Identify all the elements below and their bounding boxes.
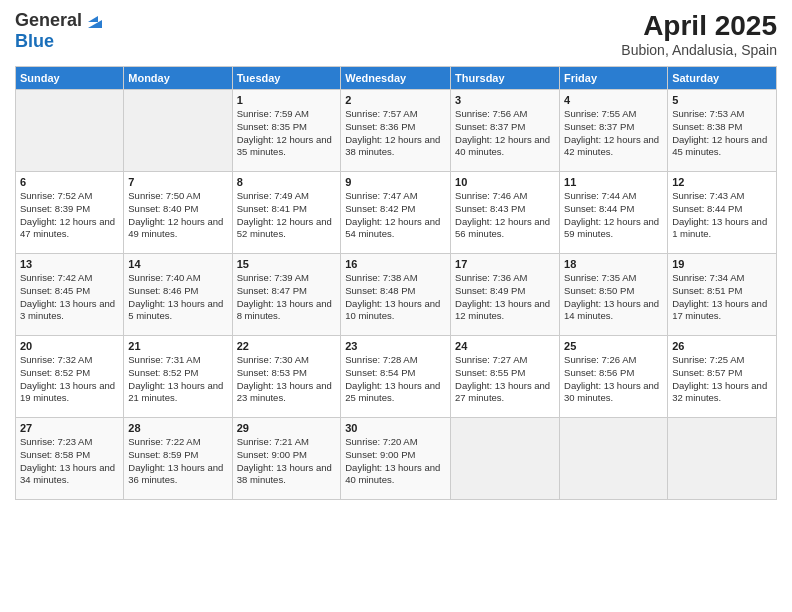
- logo-icon: [84, 10, 106, 32]
- day-info: Sunrise: 7:43 AM Sunset: 8:44 PM Dayligh…: [672, 190, 772, 241]
- calendar-header-wednesday: Wednesday: [341, 67, 451, 90]
- day-info: Sunrise: 7:34 AM Sunset: 8:51 PM Dayligh…: [672, 272, 772, 323]
- calendar-cell: 26Sunrise: 7:25 AM Sunset: 8:57 PM Dayli…: [668, 336, 777, 418]
- day-number: 21: [128, 340, 227, 352]
- calendar-cell: 22Sunrise: 7:30 AM Sunset: 8:53 PM Dayli…: [232, 336, 341, 418]
- day-info: Sunrise: 7:28 AM Sunset: 8:54 PM Dayligh…: [345, 354, 446, 405]
- day-info: Sunrise: 7:36 AM Sunset: 8:49 PM Dayligh…: [455, 272, 555, 323]
- calendar-cell: 8Sunrise: 7:49 AM Sunset: 8:41 PM Daylig…: [232, 172, 341, 254]
- day-number: 3: [455, 94, 555, 106]
- day-number: 30: [345, 422, 446, 434]
- day-number: 8: [237, 176, 337, 188]
- logo-general-text: General: [15, 11, 82, 31]
- calendar-cell: [668, 418, 777, 500]
- calendar-cell: 7Sunrise: 7:50 AM Sunset: 8:40 PM Daylig…: [124, 172, 232, 254]
- day-number: 19: [672, 258, 772, 270]
- day-number: 1: [237, 94, 337, 106]
- day-number: 13: [20, 258, 119, 270]
- day-info: Sunrise: 7:22 AM Sunset: 8:59 PM Dayligh…: [128, 436, 227, 487]
- calendar-cell: 24Sunrise: 7:27 AM Sunset: 8:55 PM Dayli…: [451, 336, 560, 418]
- day-info: Sunrise: 7:47 AM Sunset: 8:42 PM Dayligh…: [345, 190, 446, 241]
- day-number: 15: [237, 258, 337, 270]
- day-number: 5: [672, 94, 772, 106]
- calendar-cell: 2Sunrise: 7:57 AM Sunset: 8:36 PM Daylig…: [341, 90, 451, 172]
- calendar-cell: 29Sunrise: 7:21 AM Sunset: 9:00 PM Dayli…: [232, 418, 341, 500]
- calendar-cell: 18Sunrise: 7:35 AM Sunset: 8:50 PM Dayli…: [560, 254, 668, 336]
- day-info: Sunrise: 7:26 AM Sunset: 8:56 PM Dayligh…: [564, 354, 663, 405]
- day-info: Sunrise: 7:35 AM Sunset: 8:50 PM Dayligh…: [564, 272, 663, 323]
- calendar-cell: 4Sunrise: 7:55 AM Sunset: 8:37 PM Daylig…: [560, 90, 668, 172]
- calendar-cell: 9Sunrise: 7:47 AM Sunset: 8:42 PM Daylig…: [341, 172, 451, 254]
- day-info: Sunrise: 7:23 AM Sunset: 8:58 PM Dayligh…: [20, 436, 119, 487]
- day-info: Sunrise: 7:57 AM Sunset: 8:36 PM Dayligh…: [345, 108, 446, 159]
- day-number: 23: [345, 340, 446, 352]
- day-number: 28: [128, 422, 227, 434]
- calendar-cell: 12Sunrise: 7:43 AM Sunset: 8:44 PM Dayli…: [668, 172, 777, 254]
- calendar-cell: 16Sunrise: 7:38 AM Sunset: 8:48 PM Dayli…: [341, 254, 451, 336]
- calendar-cell: [560, 418, 668, 500]
- day-number: 14: [128, 258, 227, 270]
- calendar-cell: 19Sunrise: 7:34 AM Sunset: 8:51 PM Dayli…: [668, 254, 777, 336]
- day-number: 4: [564, 94, 663, 106]
- calendar-cell: 28Sunrise: 7:22 AM Sunset: 8:59 PM Dayli…: [124, 418, 232, 500]
- day-info: Sunrise: 7:53 AM Sunset: 8:38 PM Dayligh…: [672, 108, 772, 159]
- calendar-header-sunday: Sunday: [16, 67, 124, 90]
- main-title: April 2025: [621, 10, 777, 42]
- day-info: Sunrise: 7:32 AM Sunset: 8:52 PM Dayligh…: [20, 354, 119, 405]
- day-number: 2: [345, 94, 446, 106]
- day-number: 26: [672, 340, 772, 352]
- calendar-cell: 21Sunrise: 7:31 AM Sunset: 8:52 PM Dayli…: [124, 336, 232, 418]
- day-number: 29: [237, 422, 337, 434]
- day-info: Sunrise: 7:40 AM Sunset: 8:46 PM Dayligh…: [128, 272, 227, 323]
- calendar-cell: 27Sunrise: 7:23 AM Sunset: 8:58 PM Dayli…: [16, 418, 124, 500]
- calendar-header-friday: Friday: [560, 67, 668, 90]
- calendar-cell: 14Sunrise: 7:40 AM Sunset: 8:46 PM Dayli…: [124, 254, 232, 336]
- calendar-header-monday: Monday: [124, 67, 232, 90]
- calendar-cell: 3Sunrise: 7:56 AM Sunset: 8:37 PM Daylig…: [451, 90, 560, 172]
- calendar-cell: 25Sunrise: 7:26 AM Sunset: 8:56 PM Dayli…: [560, 336, 668, 418]
- day-number: 24: [455, 340, 555, 352]
- day-info: Sunrise: 7:25 AM Sunset: 8:57 PM Dayligh…: [672, 354, 772, 405]
- svg-marker-1: [88, 16, 98, 22]
- day-info: Sunrise: 7:31 AM Sunset: 8:52 PM Dayligh…: [128, 354, 227, 405]
- day-info: Sunrise: 7:56 AM Sunset: 8:37 PM Dayligh…: [455, 108, 555, 159]
- day-info: Sunrise: 7:49 AM Sunset: 8:41 PM Dayligh…: [237, 190, 337, 241]
- day-info: Sunrise: 7:39 AM Sunset: 8:47 PM Dayligh…: [237, 272, 337, 323]
- day-number: 11: [564, 176, 663, 188]
- calendar-cell: 11Sunrise: 7:44 AM Sunset: 8:44 PM Dayli…: [560, 172, 668, 254]
- day-info: Sunrise: 7:59 AM Sunset: 8:35 PM Dayligh…: [237, 108, 337, 159]
- calendar-week-row: 6Sunrise: 7:52 AM Sunset: 8:39 PM Daylig…: [16, 172, 777, 254]
- calendar-week-row: 20Sunrise: 7:32 AM Sunset: 8:52 PM Dayli…: [16, 336, 777, 418]
- calendar-week-row: 1Sunrise: 7:59 AM Sunset: 8:35 PM Daylig…: [16, 90, 777, 172]
- logo: General Blue: [15, 10, 106, 52]
- day-number: 27: [20, 422, 119, 434]
- header: General Blue April 2025 Bubion, Andalusi…: [15, 10, 777, 58]
- logo-blue-text: Blue: [15, 32, 106, 52]
- day-number: 12: [672, 176, 772, 188]
- page: General Blue April 2025 Bubion, Andalusi…: [0, 0, 792, 612]
- day-number: 25: [564, 340, 663, 352]
- calendar-cell: 13Sunrise: 7:42 AM Sunset: 8:45 PM Dayli…: [16, 254, 124, 336]
- calendar-cell: 23Sunrise: 7:28 AM Sunset: 8:54 PM Dayli…: [341, 336, 451, 418]
- calendar-cell: 1Sunrise: 7:59 AM Sunset: 8:35 PM Daylig…: [232, 90, 341, 172]
- day-number: 20: [20, 340, 119, 352]
- day-number: 18: [564, 258, 663, 270]
- day-number: 6: [20, 176, 119, 188]
- day-info: Sunrise: 7:21 AM Sunset: 9:00 PM Dayligh…: [237, 436, 337, 487]
- calendar-cell: 5Sunrise: 7:53 AM Sunset: 8:38 PM Daylig…: [668, 90, 777, 172]
- day-number: 22: [237, 340, 337, 352]
- day-info: Sunrise: 7:38 AM Sunset: 8:48 PM Dayligh…: [345, 272, 446, 323]
- day-number: 17: [455, 258, 555, 270]
- day-info: Sunrise: 7:50 AM Sunset: 8:40 PM Dayligh…: [128, 190, 227, 241]
- day-info: Sunrise: 7:55 AM Sunset: 8:37 PM Dayligh…: [564, 108, 663, 159]
- day-info: Sunrise: 7:46 AM Sunset: 8:43 PM Dayligh…: [455, 190, 555, 241]
- calendar-cell: 30Sunrise: 7:20 AM Sunset: 9:00 PM Dayli…: [341, 418, 451, 500]
- calendar-cell: [16, 90, 124, 172]
- day-info: Sunrise: 7:30 AM Sunset: 8:53 PM Dayligh…: [237, 354, 337, 405]
- calendar-cell: 17Sunrise: 7:36 AM Sunset: 8:49 PM Dayli…: [451, 254, 560, 336]
- calendar-cell: [451, 418, 560, 500]
- calendar-header-saturday: Saturday: [668, 67, 777, 90]
- day-number: 16: [345, 258, 446, 270]
- day-number: 7: [128, 176, 227, 188]
- calendar-cell: 10Sunrise: 7:46 AM Sunset: 8:43 PM Dayli…: [451, 172, 560, 254]
